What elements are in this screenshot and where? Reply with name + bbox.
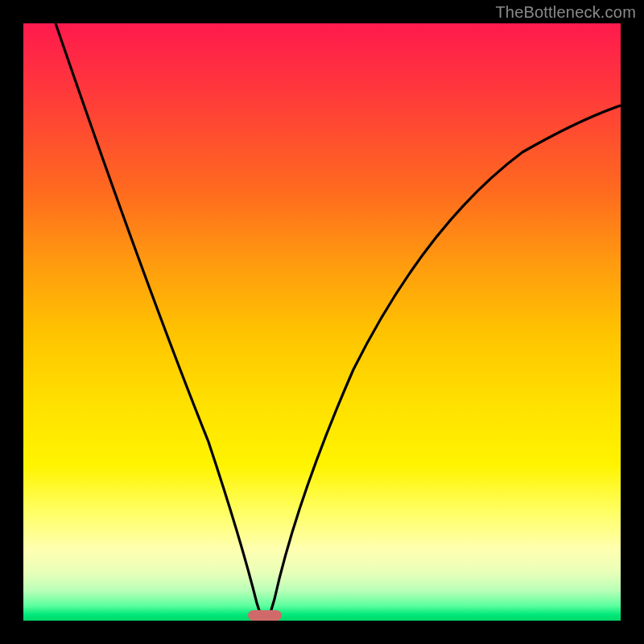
left-curve <box>56 23 262 621</box>
right-curve <box>268 105 621 621</box>
chart-frame: TheBottleneck.com <box>0 0 644 644</box>
watermark-text: TheBottleneck.com <box>495 3 636 22</box>
bottleneck-marker <box>248 610 282 621</box>
plot-area <box>23 23 621 621</box>
curve-layer <box>23 23 621 621</box>
